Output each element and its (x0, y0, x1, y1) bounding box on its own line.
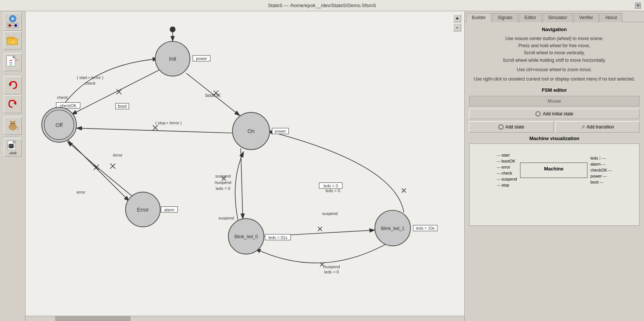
output-power: power (590, 174, 612, 178)
tab-simulator[interactable]: Simulator (543, 13, 573, 22)
window-title: StateS — /home/epok__/dev/StateS/Demo.Sf… (268, 3, 376, 8)
svg-text:checkOK: checkOK (60, 103, 77, 108)
svg-text:Blink_led_0: Blink_led_0 (234, 234, 258, 239)
svg-text:( stop • /error ): ( stop • /error ) (155, 121, 182, 125)
svg-text:Blink_led_1: Blink_led_1 (381, 226, 404, 231)
input-suspend: suspend (496, 177, 517, 181)
svg-text:check: check (85, 81, 95, 85)
toolbar-sep-4 (4, 136, 21, 137)
output-boot: boot (590, 180, 612, 184)
nav-line-3: Use right-click to unselect current tool… (469, 76, 640, 83)
output-checkOK: checkOK (590, 168, 612, 172)
svg-text:Init: Init (169, 56, 176, 62)
tab-about[interactable]: About (599, 13, 622, 22)
svg-point-5 (15, 24, 17, 27)
mouse-tool-button[interactable]: Mouse (469, 96, 640, 106)
svg-text:power: power (196, 56, 207, 61)
machine-box: Machine (520, 163, 587, 178)
svg-text:check: check (57, 95, 68, 100)
right-panel: Builder Signals Editor Simulator Verifie… (464, 11, 644, 321)
vhdl-export-button[interactable]: .vhdl (4, 139, 22, 157)
svg-point-21 (11, 123, 12, 124)
svg-marker-24 (14, 121, 15, 122)
svg-text:Error: Error (137, 207, 149, 213)
svg-text:/suspend: /suspend (323, 264, 340, 269)
nav-line-2: Use ctrl+mouse wheel to zoom in/out. (469, 66, 640, 73)
svg-text:error: error (77, 190, 86, 194)
tab-editor[interactable]: Editor (519, 13, 542, 22)
svg-text:leds = 01s: leds = 01s (268, 235, 288, 240)
toolbar-group-top: 📂 .pdf .svg .png .jpg (4, 13, 22, 71)
svg-text:boot: boot (118, 104, 127, 109)
zoom-in-button[interactable]: + (453, 14, 461, 22)
svg-text:.jpg: .jpg (15, 58, 18, 61)
svg-point-22 (13, 123, 14, 124)
svg-text:leds = 0: leds = 0 (325, 188, 340, 193)
svg-text:.png: .png (9, 64, 12, 66)
tab-signals[interactable]: Signals (492, 13, 518, 22)
tab-bar: Builder Signals Editor Simulator Verifie… (465, 11, 644, 22)
machine-box-title: Machine (523, 166, 584, 172)
fsm-diagram[interactable]: boot bootOK ( start • /error ) check che… (25, 11, 464, 321)
add-transition-label: Add transition (587, 124, 614, 130)
horizontal-scrollbar[interactable] (25, 316, 464, 321)
svg-text:suspend: suspend (322, 211, 338, 216)
close-button[interactable]: ✕ (635, 3, 641, 9)
initial-state-icon (535, 111, 541, 116)
canvas-area[interactable]: + - (25, 11, 464, 321)
svg-text:leds = 0: leds = 0 (324, 270, 339, 274)
svg-text:( start • /error ): ( start • /error ) (77, 75, 103, 80)
input-bootOK: bootOK (496, 159, 517, 163)
tab-verifier[interactable]: Verifier (574, 13, 599, 22)
svg-text:/suspend: /suspend (215, 180, 231, 185)
toolbar-sep-1 (4, 51, 21, 52)
machine-inputs: start bootOK error check suspend stop (496, 153, 517, 187)
add-initial-state-button[interactable]: Add initial state (469, 109, 640, 119)
fsm-editor-title: FSM editor (469, 87, 640, 93)
title-bar: StateS — /home/epok__/dev/StateS/Demo.Sf… (0, 0, 644, 11)
input-stop: stop (496, 183, 517, 187)
output-alarm: alarm (590, 162, 612, 166)
svg-text:power: power (275, 129, 286, 133)
add-state-button[interactable]: Add state (469, 121, 554, 133)
add-state-label: Add state (505, 124, 524, 130)
navigation-title: Navigation (469, 27, 640, 32)
input-error: error (496, 165, 517, 169)
zoom-out-button[interactable]: - (453, 23, 461, 31)
svg-text:leds = 10s: leds = 10s (416, 226, 435, 230)
svg-text:bootOK: bootOK (206, 93, 221, 98)
new-fsm-button[interactable] (4, 13, 22, 31)
toolbar-sep-3 (4, 115, 21, 115)
output-leds-value: 2 (599, 156, 601, 160)
svg-point-89 (170, 27, 175, 32)
svg-text:suspend: suspend (219, 216, 234, 220)
redo-button[interactable] (4, 95, 22, 113)
toolbar-sep-2 (4, 74, 21, 75)
machine-outputs: leds 2 alarm checkOK power boot (590, 156, 612, 184)
machine-viz-container: start bootOK error check suspend stop Ma… (473, 147, 636, 193)
export-button[interactable]: .pdf .svg .png .jpg (4, 53, 22, 71)
svg-text:leds = 0: leds = 0 (216, 186, 230, 191)
input-start: start (496, 153, 517, 157)
left-toolbar: 📂 .pdf .svg .png .jpg (0, 11, 25, 321)
machine-diagram: start bootOK error check suspend stop Ma… (496, 153, 612, 187)
machine-visualization: start bootOK error check suspend stop Ma… (469, 143, 640, 226)
svg-text:/error: /error (113, 153, 123, 157)
tab-builder[interactable]: Builder (466, 13, 491, 22)
undo-button[interactable] (4, 76, 22, 94)
svg-text:On: On (247, 128, 255, 134)
svg-text:suspend: suspend (215, 174, 231, 178)
grab-tool[interactable] (4, 117, 22, 135)
add-transition-button[interactable]: ↗ Add transition (555, 121, 640, 133)
machine-viz-title: Machine visualization (469, 136, 640, 141)
input-check: check (496, 171, 517, 175)
open-button[interactable]: 📂 (4, 31, 22, 49)
svg-text:alarm: alarm (164, 208, 174, 212)
canvas-controls: + - (453, 14, 461, 31)
add-transition-icon: ↗ (581, 124, 585, 130)
main-layout: 📂 .pdf .svg .png .jpg (0, 11, 644, 321)
svg-point-20 (10, 122, 15, 126)
output-leds: leds 2 (590, 156, 612, 160)
add-buttons-row: Add state ↗ Add transition (469, 121, 640, 133)
svg-text:leds = 0: leds = 0 (323, 184, 338, 188)
